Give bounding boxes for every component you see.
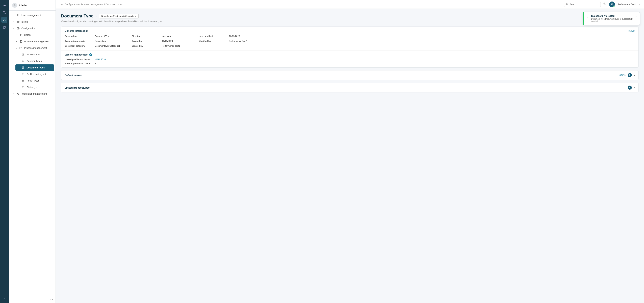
document-types-icon (22, 66, 25, 69)
toast-check-icon: ✓ (586, 15, 589, 19)
sidebar-item-label: Process management (24, 47, 47, 49)
user-management-icon (16, 14, 20, 17)
sidebar-item-profiles-layout[interactable]: Profiles and layout (16, 71, 54, 77)
avatar[interactable]: PE (609, 2, 615, 7)
toast-notification: ✓ Successfully created Document type Doc… (583, 12, 640, 25)
billing-icon (16, 20, 20, 24)
direction-label: Direction (132, 35, 162, 38)
rail-collapse-btn[interactable]: « (1, 296, 8, 301)
last-modified-value: 10/13/2023 (229, 35, 266, 38)
sidebar-item-document-types[interactable]: Document types (16, 64, 54, 71)
svg-line-38 (18, 94, 18, 94)
document-category-value: DocumentTypeCategorie1 (95, 45, 132, 47)
sidebar-item-integration-management[interactable]: › Integration management (10, 90, 54, 97)
sidebar-item-user-management[interactable]: › User management (10, 12, 54, 18)
chevron-icon: ‹ (14, 27, 14, 29)
svg-line-41 (568, 4, 568, 5)
sidebar-item-processtypes[interactable]: Processtypes (16, 51, 54, 58)
modified-by-value: Performance Test1 (229, 40, 266, 42)
created-by-label: Created by (132, 45, 162, 47)
sidebar-item-label: User management (22, 14, 41, 16)
sidebar-item-label: Status types (26, 86, 40, 88)
chevron-down-icon: ∨ (135, 15, 136, 17)
sidebar-item-decision-types[interactable]: Decision types (16, 58, 54, 64)
decision-types-icon (22, 60, 25, 63)
sidebar-item-status-types[interactable]: Status types (16, 84, 54, 90)
linked-profile-text: NPAL 1010 (95, 58, 106, 60)
sidebar-item-library[interactable]: › Library (13, 32, 54, 38)
edit-label: Edit (632, 30, 635, 32)
sidebar-item-document-management[interactable]: › Document management (13, 38, 54, 45)
svg-point-37 (18, 94, 19, 95)
version-management-section: Version management i Linked profile and … (61, 50, 638, 68)
document-category-label: Document category (64, 45, 95, 47)
search-icon (566, 3, 568, 6)
chevron-icon: ‹ (16, 47, 17, 49)
person-icon[interactable] (1, 17, 8, 23)
linked-processtypes-actions: 0 ∨ (628, 86, 635, 90)
user-name[interactable]: Performance Test1 (618, 3, 636, 6)
sidebar-item-label: Configuration (22, 27, 36, 30)
version-management-title: Version management i (64, 53, 635, 56)
linked-processtypes-chevron[interactable]: ∨ (634, 86, 635, 89)
user-menu-chevron[interactable]: ∨ (638, 3, 640, 6)
general-info-edit-link[interactable]: Edit (628, 30, 635, 32)
linked-processtypes-badge: 0 (628, 86, 632, 90)
users-icon[interactable] (1, 10, 8, 16)
chevron-icon: › (16, 40, 17, 42)
settings-icon[interactable] (604, 2, 606, 6)
sidebar-item-label: Integration management (22, 92, 47, 95)
default-values-edit-link[interactable]: Edit (620, 74, 626, 76)
sidebar-collapse-btn[interactable]: «» (50, 298, 53, 301)
icon-rail: ☁ « (0, 0, 9, 303)
linked-processtypes-row: Linked processtypes 0 ∨ (61, 83, 638, 92)
toast-close-button[interactable]: × (636, 14, 637, 18)
linked-processtypes-title: Linked processtypes (64, 86, 628, 89)
svg-point-42 (604, 4, 606, 4)
svg-rect-14 (20, 35, 21, 36)
sidebar-item-billing[interactable]: › Billing (10, 18, 54, 25)
created-on-value: 10/13/2023 (162, 40, 199, 42)
topbar: ← Configuration / Process management / D… (56, 0, 644, 9)
breadcrumb-text: Configuration / Process management / Doc… (65, 3, 122, 6)
document-management-icon (19, 40, 22, 43)
search-input[interactable] (570, 3, 598, 6)
linked-profile-value[interactable]: NPAL 1010 ↗ (95, 58, 635, 60)
sidebar-item-label: Document management (24, 40, 49, 43)
sidebar-item-result-types[interactable]: Result types (16, 78, 54, 84)
integration-management-icon (16, 92, 20, 96)
info-icon[interactable]: i (89, 53, 92, 56)
sidebar-item-label: Profiles and layout (26, 73, 46, 76)
back-button[interactable]: ← (60, 3, 64, 6)
sidebar-item-label: Decision types (26, 60, 42, 62)
document-icon[interactable] (1, 24, 8, 30)
svg-rect-8 (17, 21, 19, 22)
version-management-label: Version management (64, 53, 88, 56)
cloud-icon[interactable]: ☁ (1, 2, 8, 8)
svg-rect-28 (22, 73, 24, 75)
chevron-icon: › (14, 93, 14, 95)
general-info-body: Description Document Type Direction Inco… (61, 35, 638, 50)
default-values-chevron[interactable]: ∨ (634, 74, 635, 76)
svg-rect-20 (22, 60, 24, 62)
language-dropdown[interactable]: Nederlands (Nederland) (Default) ∨ (99, 14, 138, 18)
sidebar-item-label: Library (24, 34, 31, 36)
linked-profile-label: Linked profile and layout (64, 58, 95, 60)
sidebar-header: Admin (9, 0, 56, 10)
sidebar-item-process-management[interactable]: ‹ Process management (13, 45, 54, 51)
svg-point-7 (17, 14, 18, 15)
default-values-title: Default values (64, 74, 620, 77)
chevron-icon: › (14, 14, 14, 16)
result-types-icon (22, 79, 25, 82)
version-grid: Linked profile and layout NPAL 1010 ↗ Ve… (64, 58, 635, 65)
search-box[interactable] (564, 2, 601, 7)
svg-rect-12 (21, 34, 22, 35)
main-area: ← Configuration / Process management / D… (56, 0, 644, 303)
created-on-label: Created on (132, 40, 162, 42)
svg-point-10 (18, 28, 18, 29)
language-value: Nederlands (Nederland) (Default) (101, 15, 134, 17)
created-by-value: Performance Test1 (162, 45, 199, 47)
modified-by-label: Modified by (199, 40, 229, 42)
sidebar-item-configuration[interactable]: ‹ Configuration (10, 25, 54, 32)
description-label: Description (64, 35, 95, 38)
